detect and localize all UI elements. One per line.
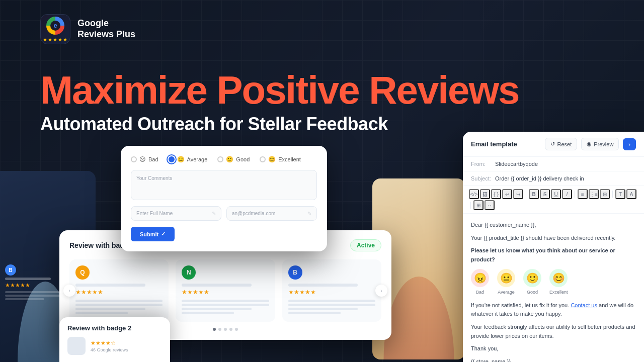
radio-average[interactable]	[169, 156, 175, 162]
rating-average[interactable]: 😐 Average	[169, 156, 208, 163]
toolbar-text-color[interactable]: T	[615, 189, 625, 199]
mini-stars-3: ★★★★★	[288, 289, 375, 296]
toolbar-undo[interactable]: ↩	[502, 189, 512, 199]
carousel-dot-1[interactable]	[213, 328, 216, 331]
toolbar-image[interactable]: 🖼	[480, 189, 490, 199]
review-cards-wrapper: ‹ Q ★★★★★ N ★★★★★	[69, 259, 381, 322]
toolbar-strikethrough[interactable]: S	[540, 189, 550, 199]
carousel-next-button[interactable]: ›	[375, 285, 387, 297]
rating-good[interactable]: 🙂 Good	[217, 156, 250, 163]
email-field-icon: ✎	[307, 211, 311, 216]
email-from-label: From:	[471, 161, 495, 167]
emoji-excellent-label: Excellent	[549, 289, 568, 296]
toolbar-indent[interactable]: ⊟	[600, 189, 610, 199]
emoji-excellent: 😊	[268, 156, 276, 163]
reset-button[interactable]: ↺ Reset	[545, 138, 577, 150]
mini-avatar-1: Q	[75, 265, 90, 280]
review-badge2-card: Review with badge 2 ★★★★☆ 46 Google revi…	[59, 317, 170, 362]
rating-excellent-label: Excellent	[278, 156, 301, 162]
mini-review-card-1: Q ★★★★★	[69, 259, 169, 322]
submit-checkmark: ✓	[161, 231, 166, 237]
review-cards-row: Q ★★★★★ N ★★★★★ B ★	[69, 259, 381, 322]
review-badge2-thumb	[67, 337, 86, 355]
hero-subheadline: Automated Outreach for Stellar Feedback	[40, 114, 519, 135]
radio-bad[interactable]	[131, 156, 137, 162]
email-subject-row: Subject: Order {{ order_id }} delivery c…	[463, 171, 644, 186]
review-badge2-info: ★★★★☆ 46 Google reviews	[91, 340, 162, 352]
radio-good[interactable]	[217, 156, 223, 162]
email-subject-value: Order {{ order_id }} delivery check in	[495, 175, 584, 182]
rating-options: ☹ Bad 😐 Average 🙂 Good 😊 Excellent	[131, 156, 317, 163]
preview-button[interactable]: ◉ Preview	[581, 138, 619, 150]
emoji-bad-face: 😠	[471, 269, 489, 287]
toolbar-divider-1	[526, 191, 526, 198]
left-snippet-line3	[5, 298, 44, 300]
left-review-snippet: B ★★★★★	[5, 264, 70, 302]
mini-line-3a	[288, 300, 375, 302]
submit-button[interactable]: Submit ✓	[131, 227, 175, 241]
app-icon-e-letter: e	[53, 22, 57, 29]
app-title: Google Reviews Plus	[77, 18, 135, 40]
reset-icon: ↺	[550, 141, 555, 147]
comment-label: Your Comments	[136, 175, 311, 181]
emoji-bad-label: Bad	[476, 289, 484, 296]
emoji-average-item[interactable]: 😐 Average	[497, 269, 515, 296]
emoji-bad-item[interactable]: 😠 Bad	[471, 269, 489, 296]
toolbar-list-bullet[interactable]: ≡	[578, 189, 588, 199]
mini-line-3c	[288, 308, 358, 310]
app-icon-stars: ★★★★★	[43, 37, 68, 42]
radio-excellent[interactable]	[260, 156, 266, 162]
toolbar-bold[interactable]: B	[529, 189, 539, 199]
rating-excellent[interactable]: 😊 Excellent	[260, 156, 301, 163]
email-greeting: Dear {{ customer_name }},	[471, 221, 636, 230]
carousel-dot-5[interactable]	[235, 328, 238, 331]
emoji-average-label: Average	[498, 289, 514, 296]
header: e ★★★★★ Google Reviews Plus	[40, 14, 135, 44]
name-field[interactable]: Enter Full Name ✎	[131, 206, 221, 221]
emoji-good-face: 🙂	[523, 269, 541, 287]
preview-icon: ◉	[587, 141, 592, 147]
comment-box: Your Comments	[131, 170, 317, 200]
toolbar-divider-2	[575, 191, 575, 198]
toolbar-highlight[interactable]: A	[626, 189, 636, 199]
left-snippet-avatar-letter: B	[9, 267, 12, 273]
mini-line-1c	[75, 308, 145, 310]
toolbar-table[interactable]: ⊞	[473, 200, 484, 210]
toolbar-var[interactable]: { }	[491, 189, 501, 199]
app-title-line1: Google	[77, 18, 135, 29]
mini-stars-2: ★★★★★	[182, 289, 269, 296]
reset-label: Reset	[557, 141, 572, 147]
email-toolbar: </> 🖼 { } ↩ ↪ B S U I ≡ ⋮≡ ⊟ T A ⊞ ↔	[463, 186, 644, 214]
mini-line-1b	[75, 304, 163, 306]
toolbar-italic[interactable]: I	[562, 189, 572, 199]
app-icon: e ★★★★★	[40, 14, 70, 44]
toolbar-redo[interactable]: ↪	[513, 189, 523, 199]
carousel-dot-4[interactable]	[229, 328, 232, 331]
emoji-good-item[interactable]: 🙂 Good	[523, 269, 541, 296]
review-form-card: ☹ Bad 😐 Average 🙂 Good 😊 Excellent Your …	[121, 146, 327, 251]
rating-bad[interactable]: ☹ Bad	[131, 156, 158, 163]
email-body-line4: Your feedback strongly affects our abili…	[471, 323, 636, 340]
emoji-excellent-item[interactable]: 😊 Excellent	[549, 269, 568, 296]
email-field[interactable]: an@pcdmedia.com ✎	[226, 206, 317, 221]
toolbar-list-ordered[interactable]: ⋮≡	[589, 189, 599, 199]
mini-avatar-2: N	[182, 265, 196, 280]
carousel-dot-2[interactable]	[218, 328, 221, 331]
review-badge2-count: 46 Google reviews	[91, 347, 162, 352]
email-from-row: From: Slideecartbyqode	[463, 157, 644, 171]
email-panel: Email template ↺ Reset ◉ Preview › From:…	[463, 132, 644, 362]
mini-line-3b	[288, 304, 375, 306]
primary-action-button[interactable]: ›	[623, 138, 636, 150]
left-snippet-line2	[5, 295, 61, 297]
toolbar-underline[interactable]: U	[551, 189, 561, 199]
active-status-badge: Active	[350, 239, 381, 251]
emoji-rating-row: 😠 Bad 😐 Average 🙂 Good 😊 Excellent	[471, 269, 636, 296]
toolbar-expand[interactable]: ↔	[485, 200, 495, 210]
mini-line-1a	[75, 300, 163, 302]
mini-line-3d	[288, 312, 341, 314]
email-contact-link[interactable]: Contact us	[571, 302, 597, 308]
toolbar-code[interactable]: </>	[469, 189, 479, 199]
email-body: Dear {{ customer_name }}, Your {{ produc…	[463, 214, 644, 362]
mini-name-1	[75, 284, 145, 287]
carousel-dot-3[interactable]	[224, 328, 227, 331]
